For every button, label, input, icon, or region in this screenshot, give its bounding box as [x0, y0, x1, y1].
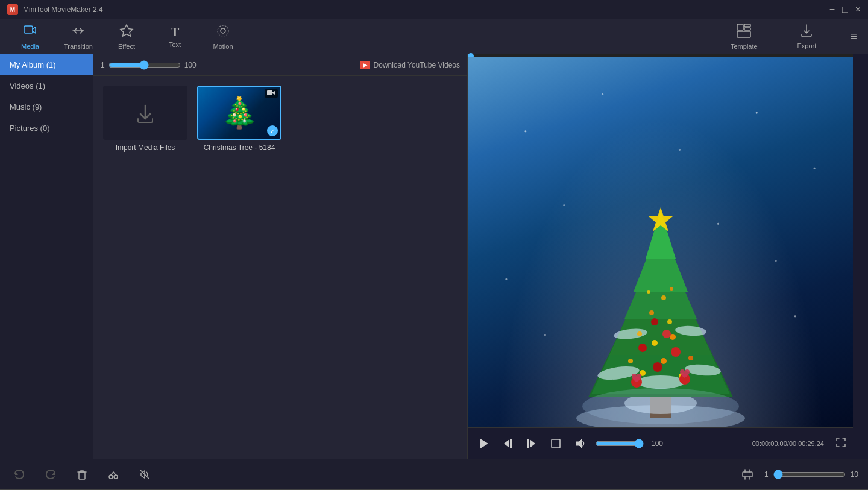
svg-rect-47	[510, 439, 512, 448]
tool-effect[interactable]: Effect	[102, 20, 151, 53]
media-item-xmas[interactable]: ✓ Christmas Tree - 5184	[197, 86, 281, 449]
svg-rect-4	[737, 24, 743, 30]
svg-point-43	[651, 318, 658, 325]
tool-motion[interactable]: Motion	[199, 20, 247, 53]
time-total: 00:00:29.24	[789, 440, 824, 447]
text-label: Text	[169, 41, 181, 48]
text-icon: T	[171, 25, 180, 39]
preview-video	[468, 57, 853, 427]
svg-point-33	[649, 310, 654, 315]
media-item-import[interactable]: Import Media Files	[103, 86, 187, 449]
svg-marker-53	[52, 471, 55, 475]
svg-point-2	[221, 28, 225, 33]
fullscreen-button[interactable]	[836, 438, 846, 449]
tool-media[interactable]: Media	[6, 20, 54, 53]
svg-point-25	[661, 358, 667, 364]
svg-point-35	[647, 290, 650, 294]
preview-image	[468, 57, 853, 427]
detach-audio-button[interactable]	[135, 465, 154, 484]
svg-rect-7	[737, 31, 750, 37]
zoom-scale: 1 10	[764, 470, 858, 479]
svg-rect-0	[24, 26, 33, 33]
volume-value: 100	[651, 439, 669, 448]
minimize-button[interactable]: −	[829, 5, 835, 14]
step-back-button[interactable]	[499, 435, 516, 452]
template-icon	[736, 23, 752, 40]
sidebar-item-my-album[interactable]: My Album (1)	[0, 54, 93, 75]
app-title: MiniTool MovieMaker 2.4	[23, 5, 103, 14]
svg-point-31	[637, 331, 642, 336]
svg-point-44	[582, 388, 739, 424]
effect-label: Effect	[118, 43, 135, 50]
svg-point-3	[218, 25, 228, 36]
svg-marker-1	[121, 25, 133, 36]
cut-button[interactable]	[104, 465, 123, 484]
template-button[interactable]: Template	[720, 20, 768, 53]
svg-rect-5	[744, 24, 750, 27]
media-label: Media	[21, 43, 39, 50]
volume-slider[interactable]	[596, 439, 644, 448]
redo-button[interactable]	[41, 465, 60, 484]
svg-rect-49	[527, 439, 529, 448]
svg-point-36	[670, 287, 673, 291]
preview-controls: 100 00:00:00.00/00:00:29.24	[468, 427, 853, 459]
youtube-icon: ▶	[360, 61, 370, 69]
tool-text[interactable]: T Text	[151, 20, 199, 53]
motion-icon	[216, 24, 230, 40]
svg-marker-52	[15, 471, 18, 475]
zoom-min-label: 1	[101, 61, 105, 69]
download-youtube-button[interactable]: ▶ Download YouTube Videos	[360, 61, 460, 69]
media-grid: Import Media Files ✓ Chris	[93, 76, 467, 459]
titlebar-left: M MiniTool MovieMaker 2.4	[7, 4, 103, 15]
fit-timeline-button[interactable]	[738, 465, 757, 484]
toolbar: Media Transition Effect T Text	[0, 19, 868, 54]
svg-rect-54	[79, 472, 85, 479]
maximize-button[interactable]: □	[842, 5, 848, 14]
toolbar-tools: Media Transition Effect T Text	[6, 20, 720, 53]
media-panel: 1 100 ▶ Download YouTube Videos	[93, 54, 467, 459]
svg-point-42	[662, 330, 671, 338]
scale-max-label: 10	[851, 470, 858, 479]
undo-button[interactable]	[10, 465, 29, 484]
export-button[interactable]: Export	[782, 20, 831, 53]
menu-button[interactable]: ≡	[845, 25, 862, 48]
svg-point-40	[671, 347, 681, 357]
time-current: 00:00:00.00	[752, 440, 787, 447]
svg-point-32	[667, 319, 672, 324]
svg-point-41	[638, 344, 647, 352]
sidebar-item-pictures[interactable]: Pictures (0)	[0, 118, 93, 139]
motion-label: Motion	[213, 43, 233, 50]
timeline-zoom-controls: 1 10	[738, 465, 858, 484]
volume-button[interactable]	[571, 435, 588, 452]
play-button[interactable]	[475, 435, 492, 452]
titlebar-controls[interactable]: − □ ×	[829, 5, 861, 14]
tool-transition[interactable]: Transition	[54, 20, 102, 53]
step-forward-button[interactable]	[523, 435, 540, 452]
svg-marker-45	[480, 439, 488, 448]
svg-point-34	[661, 295, 666, 300]
close-button[interactable]: ×	[855, 5, 861, 14]
tree-container	[570, 204, 751, 427]
svg-marker-46	[504, 439, 509, 448]
svg-point-39	[653, 362, 662, 372]
video-badge	[265, 89, 278, 98]
delete-button[interactable]	[72, 465, 92, 484]
svg-marker-51	[576, 439, 582, 448]
zoom-controls: 1 100	[101, 60, 203, 70]
sidebar: My Album (1) Videos (1) Music (9) Pictur…	[0, 54, 93, 459]
import-thumb[interactable]	[103, 86, 187, 140]
titlebar: M MiniTool MovieMaker 2.4 − □ ×	[0, 0, 868, 19]
sidebar-item-music[interactable]: Music (9)	[0, 96, 93, 118]
xmas-label: Christmas Tree - 5184	[204, 143, 275, 152]
zoom-slider[interactable]	[108, 60, 181, 70]
sidebar-item-videos[interactable]: Videos (1)	[0, 75, 93, 96]
svg-point-56	[114, 475, 118, 479]
template-label: Template	[731, 43, 758, 50]
zoom-value: 100	[184, 61, 203, 69]
scale-slider[interactable]	[773, 470, 846, 479]
xmas-thumb[interactable]: ✓	[197, 86, 281, 140]
media-toolbar: 1 100 ▶ Download YouTube Videos	[93, 54, 467, 76]
content-area: My Album (1) Videos (1) Music (9) Pictur…	[0, 54, 868, 459]
svg-point-29	[652, 340, 658, 346]
fullscreen-small-button[interactable]	[547, 435, 564, 452]
